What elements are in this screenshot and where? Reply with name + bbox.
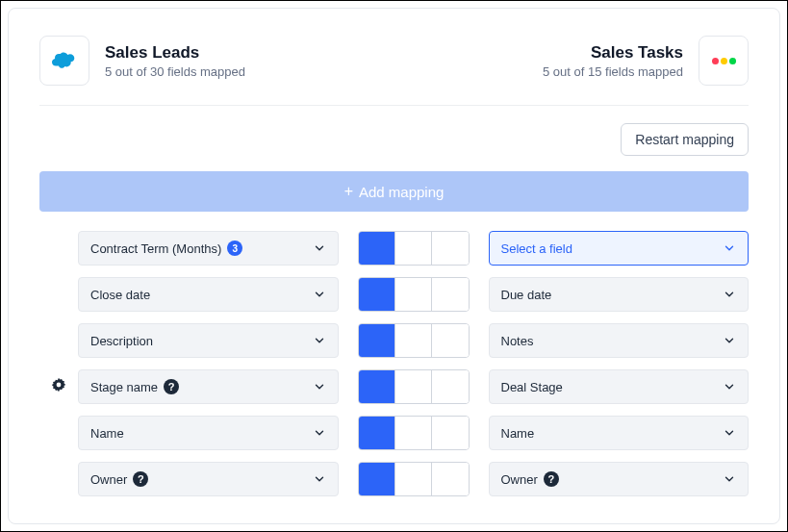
direction-both-button[interactable]	[395, 278, 432, 311]
source-logo-box	[39, 36, 89, 86]
direction-both-button[interactable]	[395, 232, 432, 265]
target-field-select[interactable]: Owner?	[489, 462, 750, 496]
chevron-down-icon	[723, 288, 736, 301]
add-mapping-button[interactable]: + Add mapping	[39, 171, 749, 212]
chevron-down-icon	[313, 241, 326, 255]
target-subtitle: 5 out of 15 fields mapped	[543, 64, 683, 79]
help-badge: ?	[164, 379, 179, 394]
direction-left-button[interactable]	[432, 370, 469, 403]
direction-right-button[interactable]	[359, 417, 395, 449]
select-placeholder-label: Select a field	[501, 241, 572, 256]
direction-left-button[interactable]	[432, 232, 469, 265]
mapping-card: Sales Leads 5 out of 30 fields mapped Sa…	[8, 8, 780, 524]
direction-toggle	[358, 369, 470, 404]
direction-right-button[interactable]	[359, 324, 395, 357]
chevron-down-icon	[313, 426, 326, 440]
chevron-down-icon	[313, 380, 326, 393]
monday-icon	[712, 58, 736, 64]
plus-icon: +	[344, 183, 353, 200]
target-header: Sales Tasks 5 out of 15 fields mapped	[543, 36, 749, 86]
source-field-select[interactable]: Name	[78, 416, 339, 450]
direction-toggle	[358, 231, 470, 266]
field-label: Owner	[90, 472, 127, 487]
source-field-select[interactable]: Close date	[78, 277, 339, 312]
help-badge: ?	[544, 471, 559, 487]
field-label: Deal Stage	[501, 380, 563, 394]
direction-both-button[interactable]	[395, 370, 432, 403]
chevron-down-icon	[723, 241, 736, 255]
mapping-row: Contract Term (Months)3 Select a field	[39, 231, 749, 266]
chevron-down-icon	[313, 334, 326, 347]
target-field-select[interactable]: Deal Stage	[489, 369, 750, 404]
direction-toggle	[358, 462, 470, 496]
gear-icon[interactable]	[51, 377, 66, 396]
source-field-select[interactable]: Owner?	[78, 462, 339, 496]
direction-left-button[interactable]	[432, 417, 469, 449]
direction-both-button[interactable]	[395, 417, 432, 449]
mapping-row: Stage name? Deal Stage	[39, 369, 749, 404]
field-label: Notes	[501, 334, 534, 348]
mapping-row: Owner? Owner?	[39, 462, 749, 496]
chevron-down-icon	[313, 288, 326, 301]
chevron-down-icon	[723, 334, 736, 347]
source-field-select[interactable]: Stage name?	[78, 369, 339, 404]
direction-toggle	[358, 277, 470, 312]
header: Sales Leads 5 out of 30 fields mapped Sa…	[39, 36, 749, 106]
help-badge: ?	[133, 471, 148, 487]
chevron-down-icon	[313, 472, 326, 486]
field-label: Name	[90, 426, 124, 441]
toolbar: Restart mapping	[39, 106, 749, 171]
chevron-down-icon	[723, 426, 736, 440]
chevron-down-icon	[723, 380, 736, 393]
direction-left-button[interactable]	[432, 324, 469, 357]
field-label: Owner	[501, 472, 538, 487]
direction-right-button[interactable]	[359, 278, 395, 311]
source-subtitle: 5 out of 30 fields mapped	[105, 64, 245, 79]
target-logo-box	[699, 36, 749, 86]
target-field-select[interactable]: Due date	[489, 277, 750, 312]
mapping-row: Close date Due date	[39, 277, 749, 312]
direction-both-button[interactable]	[395, 463, 432, 495]
target-title: Sales Tasks	[543, 43, 683, 63]
direction-left-button[interactable]	[432, 278, 469, 311]
add-mapping-label: Add mapping	[359, 184, 444, 200]
field-label: Close date	[90, 288, 150, 302]
field-label: Name	[501, 426, 535, 441]
salesforce-icon	[50, 48, 79, 73]
direction-left-button[interactable]	[432, 463, 469, 495]
field-label: Contract Term (Months)	[90, 241, 221, 256]
field-label: Stage name	[90, 380, 158, 394]
restart-mapping-button[interactable]: Restart mapping	[621, 123, 749, 156]
count-badge: 3	[227, 241, 242, 256]
direction-right-button[interactable]	[359, 463, 395, 495]
direction-toggle	[358, 416, 470, 450]
source-title: Sales Leads	[105, 43, 245, 63]
chevron-down-icon	[723, 472, 736, 486]
field-label: Description	[90, 334, 153, 348]
direction-right-button[interactable]	[359, 370, 395, 403]
direction-right-button[interactable]	[359, 232, 395, 265]
source-field-select[interactable]: Contract Term (Months)3	[78, 231, 339, 266]
mapping-row: Description Notes	[39, 323, 749, 358]
target-field-select[interactable]: Name	[489, 416, 750, 450]
source-field-select[interactable]: Description	[78, 323, 339, 358]
mapping-rows: Contract Term (Months)3 Select a field C…	[39, 231, 749, 496]
field-label: Due date	[501, 288, 552, 302]
target-field-select[interactable]: Select a field	[489, 231, 750, 266]
target-field-select[interactable]: Notes	[489, 323, 750, 358]
row-gutter	[39, 377, 78, 396]
mapping-row: Name Name	[39, 416, 749, 450]
source-header: Sales Leads 5 out of 30 fields mapped	[39, 36, 245, 86]
direction-toggle	[358, 323, 470, 358]
direction-both-button[interactable]	[395, 324, 432, 357]
